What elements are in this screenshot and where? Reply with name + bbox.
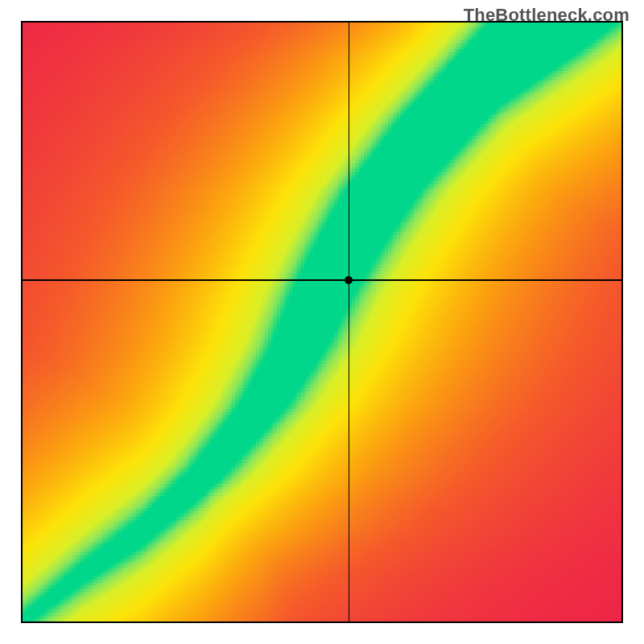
marker-point [345,276,353,284]
crosshair-horizontal [23,279,621,281]
plot-frame [21,21,623,623]
crosshair-vertical [349,23,350,621]
watermark-text: TheBottleneck.com [464,5,630,26]
heatmap-canvas [23,23,621,621]
